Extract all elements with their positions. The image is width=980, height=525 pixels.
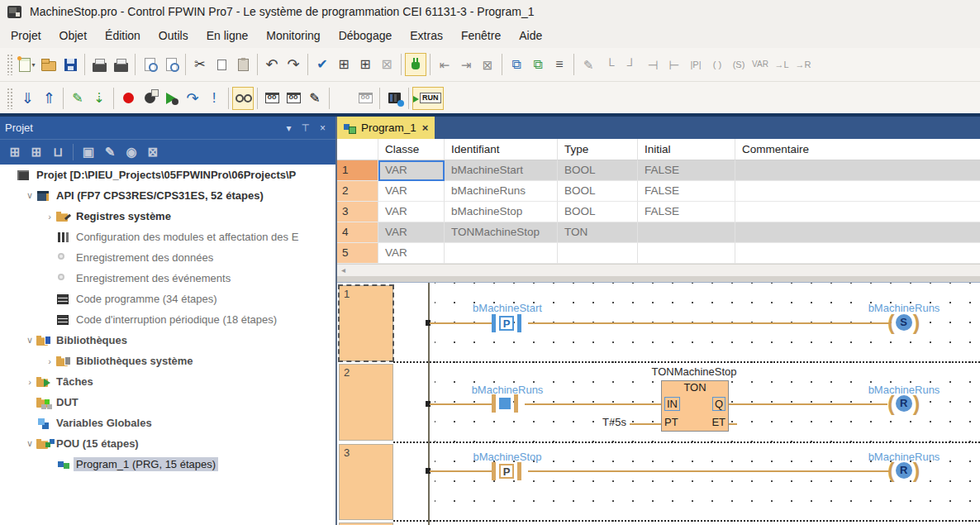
special-monitor-button[interactable]: [333, 87, 354, 110]
monitor-button[interactable]: [232, 87, 254, 110]
var-cell-r3-initial[interactable]: FALSE: [638, 202, 735, 222]
menu-item-extras[interactable]: Extras: [401, 26, 452, 45]
tree-item-projet-d-pieu-projects-05fpwinpro-06projec[interactable]: Projet [D:\PIEU_Projects\05FPWINPro\06Pr…: [0, 165, 335, 185]
variable-tool-button[interactable]: VAR: [749, 53, 771, 76]
run-program-button[interactable]: [160, 87, 182, 110]
tree-item-biblioth-ques-syst-me[interactable]: ›Bibliothèques système: [0, 351, 335, 371]
force-button[interactable]: !: [203, 87, 225, 110]
undo-button[interactable]: ↶: [261, 53, 283, 76]
tree-item-biblioth-ques[interactable]: ∨Bibliothèques: [0, 330, 335, 351]
var-cell-r5-num[interactable]: 5: [337, 243, 378, 264]
var-cell-r1-commentaire[interactable]: [735, 160, 980, 181]
menu-item-fen-tre[interactable]: Fenêtre: [452, 26, 510, 45]
open-button[interactable]: [38, 53, 59, 76]
tree-item-t-ches[interactable]: ›Tâches: [0, 371, 335, 392]
compile-all-button[interactable]: ⊞: [354, 53, 376, 76]
tree-item-program-1-prg-15-tapes[interactable]: Program_1 (PRG, 15 étapes): [0, 454, 335, 475]
monitor-pou-button[interactable]: ◉: [121, 145, 141, 160]
tree-expander-icon[interactable]: ∨: [23, 438, 36, 449]
var-cell-r2-initial[interactable]: FALSE: [638, 181, 735, 202]
prog-mode-button[interactable]: [139, 87, 160, 110]
left-wire-tool-button[interactable]: └: [599, 53, 621, 76]
var-cell-r3-classe[interactable]: VAR: [378, 202, 445, 222]
network-3-margin[interactable]: 3: [339, 444, 393, 520]
menu-item-d-bogage[interactable]: Débogage: [330, 26, 402, 45]
cross-reference-button[interactable]: ⧉: [527, 53, 549, 76]
reset-coil[interactable]: (R): [887, 394, 920, 413]
p-contact-tool-button[interactable]: |P|: [685, 53, 706, 76]
run-mode-toggle-button[interactable]: RUN: [412, 87, 444, 110]
var-cell-r4-classe[interactable]: VAR: [378, 222, 445, 243]
var-cell-r1-num[interactable]: 1: [337, 160, 378, 181]
p-contact-selected[interactable]: P: [492, 314, 521, 332]
pou-overview-button[interactable]: ⧉: [506, 53, 527, 76]
redo-button[interactable]: ↷: [283, 53, 304, 76]
var-cell-r3-type[interactable]: BOOL: [558, 202, 638, 222]
io-monitor-button[interactable]: [354, 87, 376, 110]
close-pou-button[interactable]: ⊠: [143, 145, 163, 160]
var-cell-r2-num[interactable]: 2: [337, 181, 378, 202]
set-coil-tool-button[interactable]: (S): [728, 53, 749, 76]
pencil-tool-button[interactable]: ✎: [578, 53, 599, 76]
tree-item-configuration-des-modules-et-affectation-d[interactable]: Configuration des modules et affectation…: [0, 227, 335, 247]
insert-network-after-button[interactable]: ⇥: [455, 53, 477, 76]
var-cell-r5-identifiant[interactable]: [445, 243, 558, 264]
contact-variable-label[interactable]: bMachineStart: [461, 302, 554, 314]
download-to-plc-button[interactable]: ⇓: [17, 87, 38, 110]
new-dut-button[interactable]: ⊞: [26, 145, 46, 160]
var-cell-r5-initial[interactable]: [638, 243, 735, 264]
var-cell-r5-type[interactable]: [558, 243, 638, 264]
tree-item-code-d-interruption-p-riodique-18-tapes[interactable]: Code d'interruption périodique (18 étape…: [0, 309, 335, 330]
delete-network-button[interactable]: ⊠: [477, 53, 498, 76]
set-coil[interactable]: (S): [887, 313, 920, 332]
new-global-var-list-button[interactable]: ⊔: [48, 145, 68, 160]
var-cell-r2-classe[interactable]: VAR: [378, 181, 445, 202]
online-mode-button[interactable]: [405, 53, 426, 76]
tree-expander-icon[interactable]: ›: [23, 377, 36, 387]
var-cell-r4-commentaire[interactable]: [735, 222, 980, 243]
tab-program-1[interactable]: Program_1 ×: [337, 117, 435, 139]
var-cell-r5-commentaire[interactable]: [735, 243, 980, 264]
fb-pin-et[interactable]: ET: [711, 416, 725, 428]
tree-item-enregistrement-des-v-nements[interactable]: Enregistrement des événements: [0, 268, 335, 289]
check-pou-button[interactable]: ✔: [312, 53, 333, 76]
tree-item-enregistrement-des-donn-es[interactable]: Enregistrement des données: [0, 247, 335, 268]
right-wire-tool-button[interactable]: ┘: [621, 53, 642, 76]
var-cell-r1-classe[interactable]: VAR: [378, 160, 445, 181]
menu-item-dition[interactable]: Édition: [96, 26, 150, 45]
cut-button[interactable]: ✂: [189, 53, 211, 76]
pt-value-literal[interactable]: T#5s: [582, 416, 626, 428]
menu-item-projet[interactable]: Projet: [2, 26, 50, 45]
io-list-button[interactable]: ≡: [549, 53, 570, 76]
data-monitor-button[interactable]: [283, 87, 304, 110]
var-cell-r2-commentaire[interactable]: [735, 181, 980, 202]
left-powerrail-tool-button[interactable]: →L: [771, 53, 792, 76]
var-cell-r4-identifiant[interactable]: TONMachineStop: [445, 222, 558, 243]
entry-data-monitor-button[interactable]: [261, 87, 283, 110]
tree-item-pou-15-tapes[interactable]: ∨POU (15 étapes): [0, 433, 335, 454]
insert-network-before-button[interactable]: ⇤: [434, 53, 455, 76]
tree-expander-icon[interactable]: ∨: [23, 335, 36, 346]
record-button[interactable]: [117, 87, 139, 110]
menu-item-aide[interactable]: Aide: [510, 26, 551, 45]
dropdown-caret-icon[interactable]: ▾: [31, 61, 35, 69]
tree-item-registres-syst-me[interactable]: ›Registres système: [0, 206, 335, 227]
p-contact[interactable]: P: [492, 462, 521, 480]
var-cell-r1-type[interactable]: BOOL: [558, 160, 638, 181]
menu-item-objet[interactable]: Objet: [50, 26, 96, 45]
online-edit-button[interactable]: ✎: [67, 87, 88, 110]
scroll-left-arrow-icon[interactable]: ◂: [341, 265, 345, 274]
var-cell-r1-identifiant[interactable]: bMachineStart: [445, 160, 558, 181]
close-panel-button[interactable]: ×: [315, 122, 331, 134]
fb-pin-q[interactable]: Q: [712, 397, 725, 411]
network-2-margin[interactable]: 2: [339, 364, 393, 441]
recompile-button[interactable]: ⊠: [376, 53, 397, 76]
online-download-button[interactable]: ⇣: [88, 87, 110, 110]
var-cell-r4-type[interactable]: TON: [558, 222, 638, 243]
menu-item-monitoring[interactable]: Monitoring: [257, 26, 329, 45]
right-powerrail-tool-button[interactable]: →R: [792, 53, 814, 76]
var-cell-r3-identifiant[interactable]: bMachineStop: [445, 202, 558, 222]
var-cell-r5-classe[interactable]: VAR: [378, 243, 445, 264]
table-horizontal-scrollbar[interactable]: ◂: [337, 264, 980, 276]
tree-item-variables-globales[interactable]: Variables Globales: [0, 413, 335, 433]
